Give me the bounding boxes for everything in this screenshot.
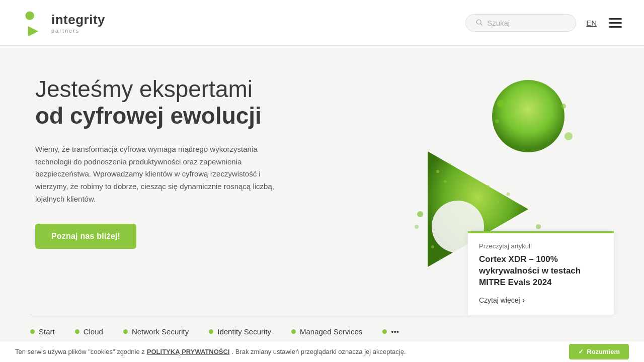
svg-point-19 (415, 225, 419, 229)
svg-point-13 (487, 185, 490, 188)
logo[interactable]: integrity partners (20, 10, 105, 36)
cookie-text-after: . Brak zmiany ustawień przeglądarki ozna… (231, 348, 406, 355)
accept-cookies-button[interactable]: Rozumiem (569, 344, 629, 359)
svg-point-6 (495, 119, 499, 123)
svg-point-17 (439, 258, 441, 260)
svg-point-14 (497, 201, 499, 203)
tab-dot (123, 329, 128, 334)
svg-point-8 (565, 132, 573, 140)
hamburger-line-1 (609, 18, 622, 20)
cookie-bar: Ten serwis używa plików "cookies" zgodni… (0, 341, 644, 362)
hamburger-line-3 (609, 26, 622, 28)
svg-point-5 (497, 100, 504, 107)
svg-point-16 (431, 245, 434, 248)
search-input[interactable] (487, 19, 566, 27)
hero-text: Jesteśmy ekspertami od cyfrowej ewolucji… (0, 46, 322, 315)
article-card: Przeczytaj artykuł! Cortex XDR – 100% wy… (468, 231, 614, 315)
svg-point-12 (449, 163, 451, 165)
logo-text: integrity partners (51, 12, 105, 34)
main-content: Jesteśmy ekspertami od cyfrowej ewolucji… (0, 46, 644, 315)
article-card-title: Cortex XDR – 100% wykrywalności w testac… (479, 254, 603, 289)
hero-body: Wiemy, że transformacja cyfrowa wymaga m… (35, 143, 292, 206)
logo-icon (20, 10, 46, 36)
svg-point-4 (492, 80, 565, 152)
svg-point-11 (444, 180, 447, 183)
tab-dot (382, 329, 387, 334)
read-more-link[interactable]: Czytaj więcej › (479, 296, 603, 305)
article-card-label: Przeczytaj artykuł! (479, 242, 603, 250)
chevron-right-icon: › (522, 296, 525, 305)
svg-point-15 (507, 193, 510, 196)
svg-point-0 (25, 11, 34, 20)
privacy-policy-link[interactable]: POLITYKĄ PRYWATNOŚCI (147, 348, 230, 355)
cta-button[interactable]: Poznaj nas bliżej! (35, 224, 136, 249)
svg-marker-1 (28, 26, 39, 36)
search-bar[interactable] (465, 14, 576, 32)
cookie-text-before: Ten serwis używa plików "cookies" zgodni… (15, 348, 145, 355)
tab-dot (30, 329, 35, 334)
search-icon (476, 19, 483, 27)
hamburger-menu-button[interactable] (607, 16, 624, 30)
svg-point-18 (417, 211, 423, 217)
hamburger-line-2 (609, 22, 622, 24)
svg-point-10 (436, 170, 439, 173)
tab-dot (75, 329, 79, 334)
tab-dot (291, 329, 296, 334)
svg-line-3 (480, 24, 482, 25)
language-button[interactable]: EN (586, 19, 597, 27)
svg-point-20 (536, 224, 541, 229)
hero-headline: Jesteśmy ekspertami od cyfrowej ewolucji (35, 76, 292, 129)
svg-point-7 (561, 104, 566, 109)
site-header: integrity partners EN (0, 0, 644, 45)
tab-dot (209, 329, 213, 334)
